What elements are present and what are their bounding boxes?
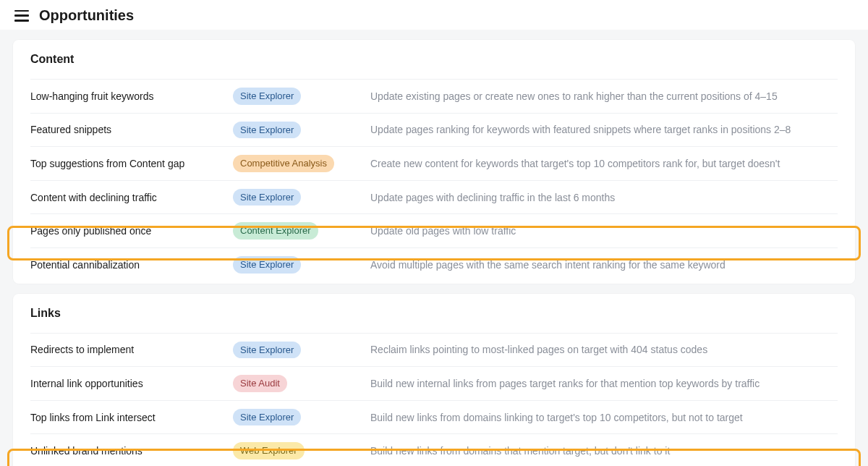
hamburger-menu-icon[interactable] bbox=[14, 10, 29, 22]
opportunity-row[interactable]: Featured snippets Site Explorer Update p… bbox=[30, 113, 838, 147]
badge-cell: Site Explorer bbox=[233, 409, 370, 426]
opportunity-row[interactable]: Low-hanging fruit keywords Site Explorer… bbox=[30, 79, 838, 113]
badge-site-explorer: Site Explorer bbox=[233, 88, 301, 105]
opportunity-description: Create new content for keywords that tar… bbox=[370, 158, 838, 169]
badge-cell: Web Explorer bbox=[233, 442, 370, 459]
opportunity-name: Low-hanging fruit keywords bbox=[30, 90, 233, 102]
page-title: Opportunities bbox=[39, 7, 134, 24]
badge-cell: Site Explorer bbox=[233, 88, 370, 105]
opportunity-row[interactable]: Potential cannibalization Site Explorer … bbox=[30, 247, 838, 284]
opportunity-description: Avoid multiple pages with the same searc… bbox=[370, 259, 838, 271]
opportunity-row[interactable]: Redirects to implement Site Explorer Rec… bbox=[30, 333, 838, 367]
opportunity-name: Internal link opportunities bbox=[30, 378, 233, 389]
opportunity-description: Build new links from domains that mentio… bbox=[370, 445, 838, 457]
opportunity-name: Unlinked brand mentions bbox=[30, 445, 233, 457]
badge-site-explorer: Site Explorer bbox=[233, 122, 301, 139]
opportunity-row[interactable]: Pages only published once Content Explor… bbox=[30, 213, 838, 247]
badge-cell: Site Explorer bbox=[233, 122, 370, 139]
badge-content-explorer: Content Explorer bbox=[233, 222, 318, 240]
opportunity-description: Build new links from domains linking to … bbox=[370, 412, 838, 423]
page-header: Opportunities bbox=[0, 0, 868, 30]
badge-site-explorer: Site Explorer bbox=[233, 256, 301, 274]
opportunity-description: Build new internal links from pages targ… bbox=[370, 378, 838, 389]
opportunity-row[interactable]: Top links from Link intersect Site Explo… bbox=[30, 400, 838, 434]
badge-cell: Site Explorer bbox=[233, 342, 370, 359]
badge-site-explorer: Site Explorer bbox=[233, 189, 301, 206]
opportunity-row[interactable]: Content with declining traffic Site Expl… bbox=[30, 180, 838, 214]
opportunity-name: Top suggestions from Content gap bbox=[30, 158, 233, 169]
opportunity-description: Reclaim links pointing to most-linked pa… bbox=[370, 344, 838, 355]
opportunity-row[interactable]: Internal link opportunities Site Audit B… bbox=[30, 366, 838, 400]
badge-site-explorer: Site Explorer bbox=[233, 342, 301, 359]
badge-cell: Competitive Analysis bbox=[233, 155, 370, 172]
section-title-links: Links bbox=[30, 307, 838, 320]
opportunity-description: Update existing pages or create new ones… bbox=[370, 90, 838, 102]
opportunity-name: Redirects to implement bbox=[30, 344, 233, 355]
opportunity-name: Featured snippets bbox=[30, 124, 233, 135]
opportunity-row[interactable]: Unlinked brand mentions Web Explorer Bui… bbox=[30, 433, 838, 466]
links-section-card: Links Redirects to implement Site Explor… bbox=[13, 294, 855, 466]
badge-cell: Site Audit bbox=[233, 375, 370, 392]
badge-cell: Site Explorer bbox=[233, 189, 370, 206]
opportunity-name: Pages only published once bbox=[30, 225, 233, 237]
opportunity-description: Update pages ranking for keywords with f… bbox=[370, 124, 838, 135]
badge-cell: Site Explorer bbox=[233, 256, 370, 274]
opportunity-row[interactable]: Top suggestions from Content gap Competi… bbox=[30, 146, 838, 180]
opportunity-description: Update old pages with low traffic bbox=[370, 225, 838, 237]
badge-site-audit: Site Audit bbox=[233, 375, 287, 392]
opportunity-name: Content with declining traffic bbox=[30, 192, 233, 203]
badge-web-explorer: Web Explorer bbox=[233, 442, 305, 459]
content-section-card: Content Low-hanging fruit keywords Site … bbox=[13, 40, 855, 284]
badge-site-explorer: Site Explorer bbox=[233, 409, 301, 426]
opportunity-name: Top links from Link intersect bbox=[30, 412, 233, 423]
badge-competitive-analysis: Competitive Analysis bbox=[233, 155, 334, 172]
section-title-content: Content bbox=[30, 53, 838, 66]
opportunity-name: Potential cannibalization bbox=[30, 259, 233, 271]
opportunity-description: Update pages with declining traffic in t… bbox=[370, 192, 838, 203]
badge-cell: Content Explorer bbox=[233, 222, 370, 240]
